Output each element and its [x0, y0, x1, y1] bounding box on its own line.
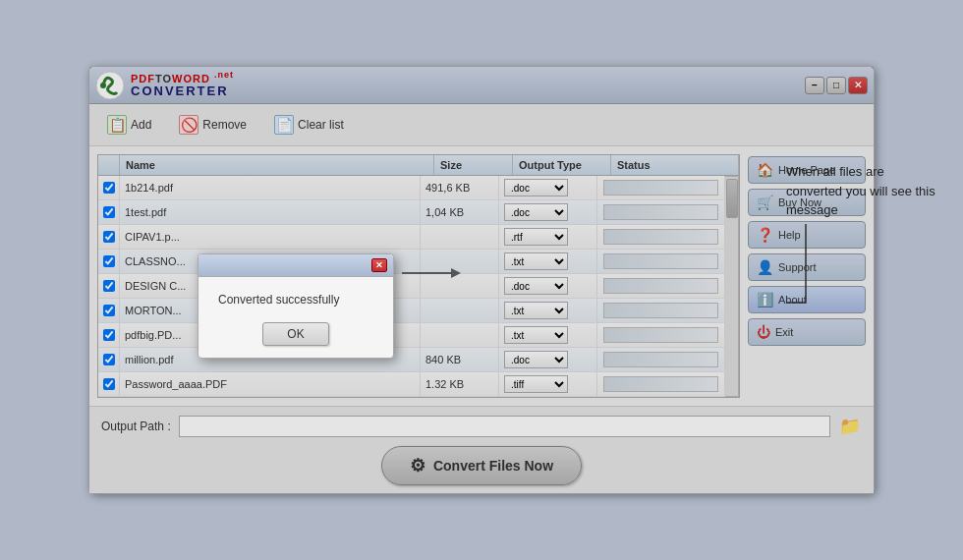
converted-dialog: ✕ Converted successfully OK: [198, 253, 394, 359]
dialog-close-button[interactable]: ✕: [371, 258, 387, 272]
main-window: PDFTOWORD .net CONVERTER − □ ✕ 📋 Add 🚫 R…: [88, 66, 875, 494]
dialog-ok-button[interactable]: OK: [262, 322, 328, 346]
dialog-titlebar: ✕: [198, 254, 393, 277]
dialog-message: Converted successfully: [218, 293, 373, 307]
dialog-overlay: ✕ Converted successfully OK: [89, 67, 874, 493]
arrow-indicator: [402, 263, 461, 283]
svg-marker-3: [451, 268, 461, 278]
arrow-svg: [402, 263, 461, 283]
dialog-body: Converted successfully OK: [198, 277, 393, 358]
